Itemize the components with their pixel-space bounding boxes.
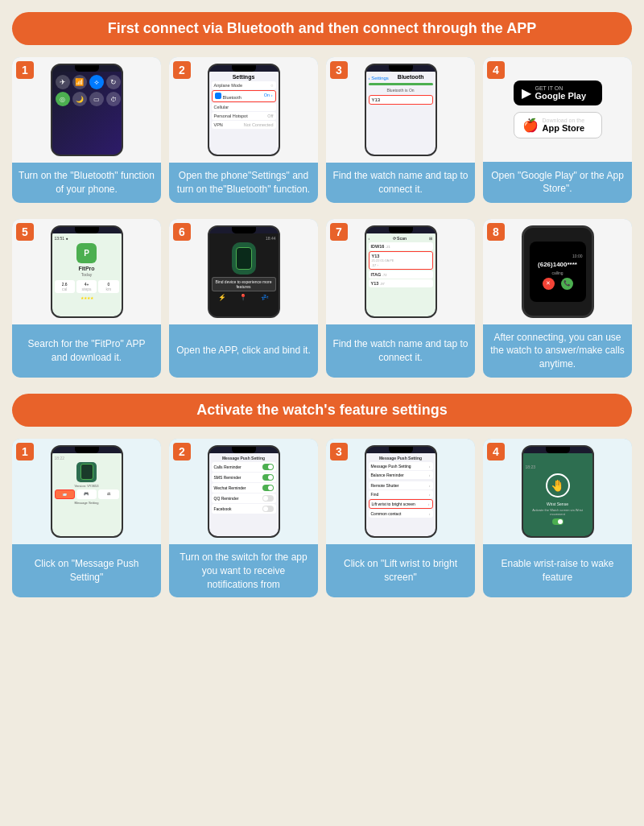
step-4-desc: Open "Google Play" or the App Store". [483, 162, 632, 203]
activate-2-number: 2 [173, 443, 191, 460]
activate-4-number: 4 [487, 443, 505, 460]
wrist-toggle-container [552, 518, 564, 525]
stat-steps: 4+steps [76, 280, 97, 293]
activate-1-image: 1 18:22 Version: VY3653 📨 🎮 ⚖ Message Se… [12, 439, 161, 544]
step-6-number: 6 [173, 223, 191, 241]
fitpro-app-icon: P [76, 243, 97, 263]
fitpro-subtitle: Today [55, 272, 119, 277]
phone-notch [75, 65, 99, 72]
step-5-screen: 13:51 ● P FitPro Today 2.6cal 4+steps 0k… [52, 233, 122, 316]
qq-toggle[interactable] [262, 495, 274, 502]
sms-toggle[interactable] [262, 474, 274, 481]
bind-time: 18:44 [212, 236, 276, 241]
activate-1-screen: 18:22 Version: VY3653 📨 🎮 ⚖ Message Sett… [52, 453, 122, 536]
airplane-icon: ✈ [56, 75, 70, 89]
activate-1-phone: 18:22 Version: VY3653 📨 🎮 ⚖ Message Sett… [51, 445, 123, 538]
section1-banner: First connect via Bluetooth and then con… [12, 12, 632, 45]
step-8: 8 10:00 (626)1400**** calling ✕ 📞 After … [483, 219, 632, 378]
call-label: calling [551, 271, 563, 275]
step-6-screen: 18:44 Bind device to experience more fea… [209, 233, 279, 316]
google-play-large: Google Play [535, 91, 587, 101]
a2-title: Message Push Setting [212, 456, 276, 460]
step-5-phone: 13:51 ● P FitPro Today 2.6cal 4+steps 0k… [51, 225, 123, 318]
activate-4-phone: 18:23 🤚 Wrist Sense Activate the Watch s… [522, 445, 594, 538]
phone-notch-a1 [75, 447, 99, 453]
sms-reminder: SMS Reminder [212, 473, 276, 482]
apple-icon: 🍎 [522, 118, 539, 133]
stat-dist: 0km [98, 280, 118, 293]
a1-msg-btn[interactable]: 📨 [55, 489, 75, 499]
step-6: 6 18:44 Bind device to experience more f… [169, 219, 318, 378]
step-2-number: 2 [173, 61, 191, 79]
step-7-phone: ‹⟳ Scan⊞ IDW16 -21 Y13 21:22:01:0A:PE -5… [365, 225, 437, 318]
app-store-large: App Store [543, 123, 585, 133]
app-store-btn[interactable]: 🍎 Download on the App Store [514, 112, 602, 138]
step-2-desc: Open the phone"Settings" and turn on the… [169, 163, 318, 203]
calls-toggle[interactable] [262, 464, 274, 470]
a1-watch-icon [76, 462, 97, 482]
step-3-number: 3 [330, 61, 348, 79]
activate-4-screen: 18:23 🤚 Wrist Sense Activate the Watch s… [523, 453, 592, 536]
wechat-toggle[interactable] [262, 485, 274, 491]
phone-notch-2 [232, 65, 256, 72]
screen-icon: ▭ [89, 92, 104, 106]
step-3-screen: ‹ Settings Bluetooth Bluetooth is On Y13 [366, 72, 436, 155]
step-3-phone: ‹ Settings Bluetooth Bluetooth is On Y13 [365, 64, 437, 156]
a1-time: 18:22 [55, 456, 119, 460]
phone-notch-3 [389, 65, 413, 72]
steps-row1: 1 ✈ 📶 ⟡ ↻ ◎ 🌙 ▭ ⏱ Turn on the "Bluetooth… [12, 57, 632, 203]
focus-icon: ◎ [56, 92, 70, 106]
wifi-icon: 📶 [72, 75, 87, 89]
hotspot-row: Personal HotspotOff [212, 112, 276, 120]
google-play-btn[interactable]: ▶ GET IT ON Google Play [514, 81, 602, 105]
a1-bal-btn[interactable]: ⚖ [98, 489, 118, 499]
google-play-small: GET IT ON [535, 85, 587, 91]
step-2-screen: Settings Airplane Mode○ BluetoothOn › Ce… [209, 72, 279, 155]
stat-calories: 2.6cal [55, 280, 75, 293]
decline-btn[interactable]: ✕ [543, 278, 555, 290]
phone-notch-a3 [389, 447, 413, 453]
activate-step-3: 3 Message Push Setting Message Push Sett… [326, 439, 475, 597]
bind-icons: ⚡ 📍 💤 [212, 294, 276, 301]
step-6-desc: Open the APP, click and bind it. [169, 324, 318, 378]
fitpro-app-title: FitPro [55, 266, 119, 271]
bind-prompt: Bind device to experience more features [212, 277, 276, 291]
step-1-image: 1 ✈ 📶 ⟡ ↻ ◎ 🌙 ▭ ⏱ [12, 57, 161, 163]
watch-graphic [232, 242, 256, 275]
activate-1-desc: Click on "Message Push Setting" [12, 544, 161, 597]
step-5-number: 5 [16, 223, 34, 241]
a1-version: Version: VY3653 [55, 484, 119, 488]
bt-device-name: Y13 [369, 95, 433, 105]
step-1-desc: Turn on the "Bluetooth" function of your… [12, 163, 161, 203]
a1-grid: 📨 🎮 ⚖ [55, 489, 119, 499]
a3-title: Message Push Setting [369, 456, 433, 460]
steps-row2: 5 13:51 ● P FitPro Today 2.6cal 4+steps … [12, 219, 632, 378]
cellular-row: Cellular [212, 103, 276, 111]
step-5: 5 13:51 ● P FitPro Today 2.6cal 4+steps … [12, 219, 161, 378]
step-3-image: 3 ‹ Settings Bluetooth Bluetooth is On Y… [326, 57, 475, 163]
step-7: 7 ‹⟳ Scan⊞ IDW16 -21 Y13 21:22:01:0A:PE [326, 219, 475, 378]
airplane-row: Airplane Mode○ [212, 81, 276, 89]
device-y13-2: Y13 -97 [369, 279, 433, 287]
call-buttons: ✕ 📞 [543, 278, 573, 290]
wrist-toggle[interactable] [552, 518, 564, 525]
accept-btn[interactable]: 📞 [561, 278, 573, 290]
phone-notch-a4 [546, 447, 570, 453]
a1-game-btn[interactable]: 🎮 [76, 489, 97, 499]
section2-banner: Activate the watch's feature settings [12, 394, 632, 427]
activate-2-desc: Turn on the switch for the app you want … [169, 544, 318, 597]
section1-title: First connect via Bluetooth and then con… [28, 20, 616, 37]
step-3-desc: Find the watch name and tap to connect i… [326, 163, 475, 203]
rotation-icon: ↻ [106, 75, 121, 89]
step-7-desc: Find the watch name and tap to connect i… [326, 324, 475, 378]
a1-label: Message Setting [55, 501, 119, 505]
step-6-image: 6 18:44 Bind device to experience more f… [169, 219, 318, 324]
a1-watch-face [80, 464, 93, 480]
step-8-number: 8 [487, 223, 505, 241]
lift-find: Find› [369, 490, 433, 498]
step-1-phone: ✈ 📶 ⟡ ↻ ◎ 🌙 ▭ ⏱ [51, 64, 123, 156]
step-4: 4 ▶ GET IT ON Google Play 🍎 Download on … [483, 57, 632, 203]
fb-toggle[interactable] [262, 506, 274, 512]
activate-3-number: 3 [330, 443, 348, 460]
watch-time: 10:00 [572, 254, 586, 258]
